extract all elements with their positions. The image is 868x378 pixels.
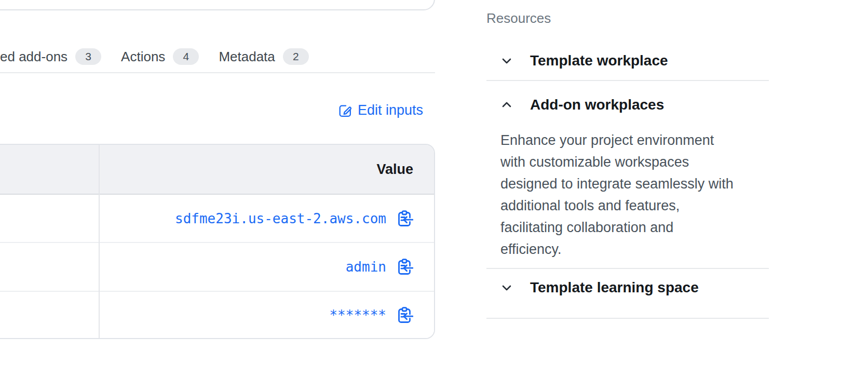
resources-heading: Resources	[486, 8, 551, 28]
edit-inputs-button[interactable]: Edit inputs	[337, 100, 423, 120]
clipboard-import-icon	[396, 258, 413, 276]
table-body: sdfme23i.us-east-2.aws.com admin	[0, 195, 434, 339]
clipboard-import-icon	[396, 210, 413, 227]
accordion-divider	[486, 268, 769, 269]
tab-metadata[interactable]: Metadata 2	[219, 48, 308, 65]
inputs-table: Value sdfme23i.us-east-2.aws.com	[0, 144, 435, 339]
edit-pencil-square-icon	[337, 103, 351, 117]
tab-label: Actions	[121, 48, 165, 65]
table-row: admin	[0, 243, 434, 291]
table-column-divider	[99, 145, 100, 338]
count-badge: 2	[283, 48, 309, 65]
accordion-template-learning-space[interactable]: Template learning space	[486, 276, 769, 300]
table-row: *******	[0, 292, 434, 339]
accordion-add-on-workplaces[interactable]: Add-on workplaces	[486, 93, 769, 117]
input-value-hostname: sdfme23i.us-east-2.aws.com	[175, 211, 386, 226]
input-value-password-masked: *******	[329, 307, 386, 323]
tab-actions[interactable]: Actions 4	[121, 48, 199, 65]
accordion-title: Template learning space	[530, 279, 699, 296]
accordion-title: Add-on workplaces	[530, 97, 664, 113]
copy-value-button[interactable]	[396, 306, 413, 324]
count-badge: 3	[75, 48, 101, 65]
tab-bar: ed add-ons 3 Actions 4 Metadata 2	[0, 48, 329, 65]
card-bottom-edge	[0, 0, 435, 10]
accordion-divider	[486, 318, 769, 319]
clipboard-import-icon	[396, 306, 413, 324]
copy-value-button[interactable]	[396, 210, 413, 227]
accordion-template-workplace[interactable]: Template workplace	[486, 49, 769, 73]
copy-value-button[interactable]	[396, 258, 413, 276]
tab-label: Metadata	[219, 48, 275, 65]
tab-bar-divider	[0, 72, 435, 73]
accordion-title: Template workplace	[530, 52, 668, 69]
chevron-down-icon	[500, 281, 513, 294]
value-column-header: Value	[99, 145, 434, 194]
chevron-down-icon	[500, 55, 513, 67]
table-header-row: Value	[0, 145, 434, 195]
tab-installed-add-ons[interactable]: ed add-ons 3	[0, 48, 101, 65]
key-column-header	[0, 145, 99, 194]
input-value-username: admin	[346, 259, 386, 275]
tab-label: ed add-ons	[0, 48, 67, 65]
table-row: sdfme23i.us-east-2.aws.com	[0, 195, 434, 243]
edit-inputs-label: Edit inputs	[358, 102, 423, 118]
accordion-divider	[486, 80, 769, 81]
screen: ed add-ons 3 Actions 4 Metadata 2 Edit i…	[0, 0, 868, 378]
accordion-body-text: Enhance your project environment with cu…	[500, 129, 770, 260]
count-badge: 4	[173, 48, 199, 65]
chevron-up-icon	[500, 99, 513, 111]
